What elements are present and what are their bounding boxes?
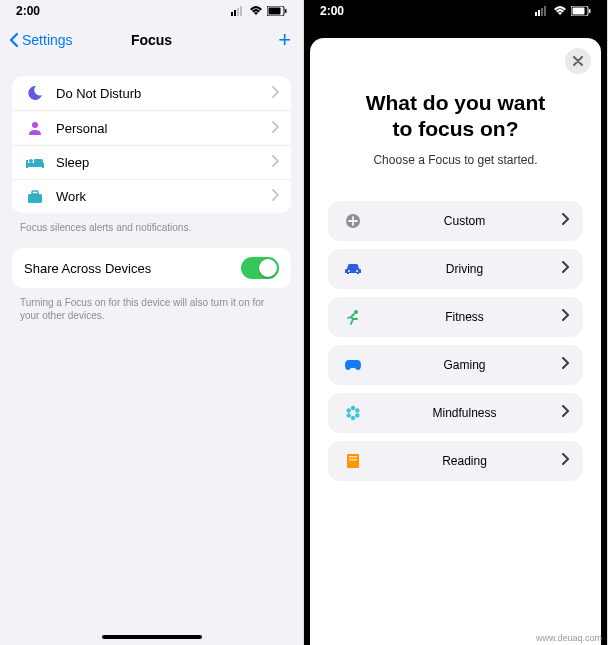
- wifi-icon: [553, 6, 567, 16]
- moon-icon: [24, 85, 46, 101]
- focus-options: Custom Driving Fitness Gaming Mindfulnes: [328, 201, 583, 481]
- back-button[interactable]: Settings: [8, 32, 73, 48]
- chevron-right-icon: [561, 453, 569, 468]
- svg-point-29: [347, 413, 351, 417]
- book-icon: [342, 453, 364, 469]
- focus-item-work[interactable]: Work: [12, 180, 291, 213]
- new-focus-sheet: What do you want to focus on? Choose a F…: [310, 38, 601, 645]
- back-label: Settings: [22, 32, 73, 48]
- share-toggle[interactable]: [241, 257, 279, 279]
- svg-rect-34: [349, 459, 357, 461]
- focus-item-label: Do Not Disturb: [56, 86, 271, 101]
- svg-rect-13: [32, 191, 38, 194]
- wifi-icon: [249, 6, 263, 16]
- battery-icon: [571, 6, 591, 16]
- svg-point-27: [355, 413, 359, 417]
- cellular-icon: [535, 6, 549, 16]
- option-fitness[interactable]: Fitness: [328, 297, 583, 337]
- new-focus-screen: 2:00 What do you want to focus on? Choos…: [304, 0, 608, 645]
- chevron-right-icon: [561, 309, 569, 324]
- chevron-right-icon: [561, 405, 569, 420]
- svg-point-25: [351, 405, 355, 409]
- svg-point-28: [351, 415, 355, 419]
- svg-rect-3: [240, 6, 242, 16]
- person-icon: [24, 120, 46, 136]
- chevron-left-icon: [8, 32, 20, 48]
- close-icon: [573, 56, 583, 66]
- briefcase-icon: [24, 190, 46, 204]
- chevron-right-icon: [561, 357, 569, 372]
- chevron-right-icon: [271, 155, 279, 170]
- chevron-right-icon: [271, 189, 279, 204]
- status-icons: [535, 6, 591, 16]
- focus-item-label: Personal: [56, 121, 271, 136]
- watermark: www.deuaq.com: [536, 633, 602, 643]
- mind-icon: [342, 405, 364, 421]
- status-icons: [231, 6, 287, 16]
- status-time: 2:00: [320, 4, 344, 18]
- svg-rect-12: [28, 194, 42, 203]
- svg-point-7: [32, 122, 38, 128]
- svg-rect-17: [544, 6, 546, 16]
- option-label: Custom: [368, 214, 561, 228]
- svg-rect-20: [589, 9, 591, 13]
- status-time: 2:00: [16, 4, 40, 18]
- svg-point-31: [351, 411, 355, 415]
- svg-rect-14: [535, 12, 537, 16]
- share-footer: Turning a Focus on for this device will …: [0, 292, 303, 322]
- svg-rect-15: [538, 10, 540, 16]
- svg-rect-5: [269, 8, 281, 15]
- status-bar: 2:00: [304, 0, 607, 22]
- svg-point-11: [29, 159, 33, 163]
- focus-list: Do Not Disturb Personal Sleep Work: [12, 76, 291, 213]
- svg-point-30: [347, 408, 351, 412]
- home-indicator[interactable]: [102, 635, 202, 639]
- add-focus-button[interactable]: +: [278, 29, 291, 51]
- svg-rect-8: [26, 163, 44, 167]
- focus-item-label: Sleep: [56, 155, 271, 170]
- sheet-title: What do you want to focus on?: [328, 90, 583, 143]
- svg-rect-6: [285, 9, 287, 13]
- option-label: Mindfulness: [368, 406, 561, 420]
- chevron-right-icon: [561, 213, 569, 228]
- svg-rect-1: [234, 10, 236, 16]
- focus-list-footer: Focus silences alerts and notifications.: [0, 217, 303, 234]
- svg-rect-0: [231, 12, 233, 16]
- chevron-right-icon: [561, 261, 569, 276]
- share-across-devices-row[interactable]: Share Across Devices: [12, 248, 291, 288]
- svg-rect-10: [42, 163, 44, 168]
- svg-rect-19: [573, 8, 585, 15]
- focus-settings-screen: 2:00 Settings Focus + Do Not Disturb Per…: [0, 0, 304, 645]
- svg-rect-33: [349, 456, 357, 458]
- option-custom[interactable]: Custom: [328, 201, 583, 241]
- nav-bar: Settings Focus +: [0, 22, 303, 58]
- focus-item-personal[interactable]: Personal: [12, 111, 291, 146]
- car-icon: [342, 262, 364, 276]
- svg-point-23: [356, 270, 358, 272]
- svg-rect-16: [541, 8, 543, 16]
- share-label: Share Across Devices: [24, 261, 151, 276]
- svg-rect-9: [26, 160, 28, 168]
- sheet-subtitle: Choose a Focus to get started.: [328, 153, 583, 167]
- close-button[interactable]: [565, 48, 591, 74]
- cellular-icon: [231, 6, 245, 16]
- focus-item-dnd[interactable]: Do Not Disturb: [12, 76, 291, 111]
- option-driving[interactable]: Driving: [328, 249, 583, 289]
- status-bar: 2:00: [0, 0, 303, 22]
- chevron-right-icon: [271, 121, 279, 136]
- svg-rect-2: [237, 8, 239, 16]
- option-label: Fitness: [368, 310, 561, 324]
- focus-item-label: Work: [56, 189, 271, 204]
- runner-icon: [342, 309, 364, 325]
- svg-point-22: [348, 270, 350, 272]
- option-gaming[interactable]: Gaming: [328, 345, 583, 385]
- option-label: Reading: [368, 454, 561, 468]
- chevron-right-icon: [271, 86, 279, 101]
- battery-icon: [267, 6, 287, 16]
- svg-point-26: [355, 408, 359, 412]
- option-reading[interactable]: Reading: [328, 441, 583, 481]
- bed-icon: [24, 156, 46, 170]
- option-mindfulness[interactable]: Mindfulness: [328, 393, 583, 433]
- focus-item-sleep[interactable]: Sleep: [12, 146, 291, 180]
- plus-circle-icon: [342, 213, 364, 229]
